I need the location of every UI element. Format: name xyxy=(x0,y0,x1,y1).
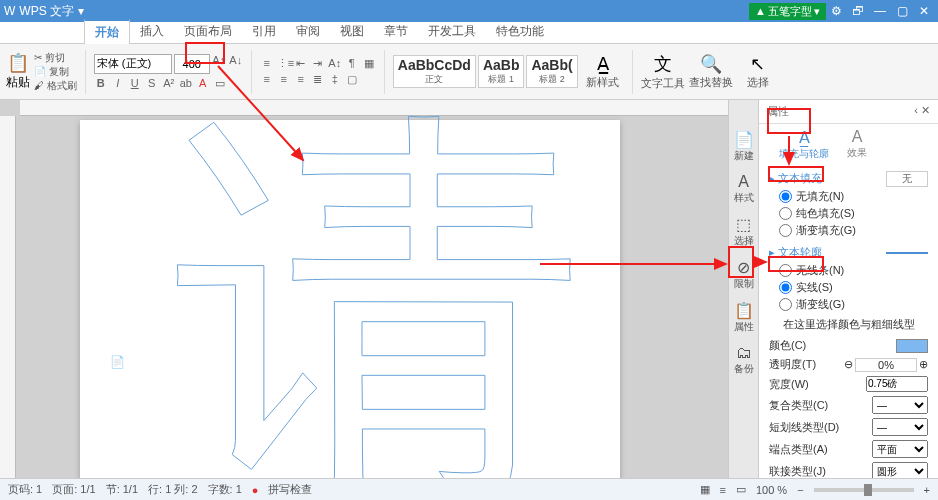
align-left-icon[interactable]: ≡ xyxy=(260,73,274,86)
bold-icon[interactable]: B xyxy=(94,77,108,90)
borders-icon[interactable]: ▢ xyxy=(345,73,359,86)
tab-special[interactable]: 特色功能 xyxy=(486,20,554,43)
super-icon[interactable]: A² xyxy=(162,77,176,90)
font-size-input[interactable] xyxy=(174,54,210,74)
panel-close-icon[interactable]: ✕ xyxy=(921,104,930,116)
sidecol-properties[interactable]: 📋属性 xyxy=(734,301,754,334)
radio-solid-line[interactable] xyxy=(779,281,792,294)
status-words[interactable]: 字数: 1 xyxy=(208,482,242,497)
format-painter-button[interactable]: 🖌 格式刷 xyxy=(34,79,77,93)
status-page[interactable]: 页码: 1 xyxy=(8,482,42,497)
radio-solid-fill[interactable] xyxy=(779,207,792,220)
maximize-icon[interactable]: ▢ xyxy=(892,4,912,18)
strike-icon[interactable]: S xyxy=(145,77,159,90)
radio-no-line[interactable] xyxy=(779,264,792,277)
select-button[interactable]: ↖选择 xyxy=(737,53,779,90)
sort-icon[interactable]: A↕ xyxy=(328,57,342,70)
highlight-icon[interactable]: ab xyxy=(179,77,193,90)
radio-gradient-line[interactable] xyxy=(779,298,792,311)
restore-icon[interactable]: 🗗 xyxy=(848,4,868,18)
minimize-icon[interactable]: — xyxy=(870,4,890,18)
align-justify-icon[interactable]: ≣ xyxy=(311,73,325,86)
status-pages[interactable]: 页面: 1/1 xyxy=(52,482,95,497)
view-print-icon[interactable]: ▦ xyxy=(700,483,710,496)
close-icon[interactable]: ✕ xyxy=(914,4,934,18)
table-icon[interactable]: ▦ xyxy=(362,57,376,70)
decrease-font-icon[interactable]: A↓ xyxy=(229,54,243,74)
sidecol-select[interactable]: ⬚选择 xyxy=(734,215,754,248)
tab-home[interactable]: 开始 xyxy=(84,19,130,44)
side-column: 📄新建 A样式 ⬚选择 ⊘限制 📋属性 🗂备份 xyxy=(728,100,758,478)
opacity-value[interactable]: 0% xyxy=(855,358,917,372)
vertical-ruler[interactable] xyxy=(0,116,16,478)
align-center-icon[interactable]: ≡ xyxy=(277,73,291,86)
align-right-icon[interactable]: ≡ xyxy=(294,73,308,86)
panel-tab-fill-outline[interactable]: A̲填充与轮廓 xyxy=(779,128,829,161)
style-gallery[interactable]: AaBbCcDd正文 AaBb标题 1 AaBb(标题 2 xyxy=(393,55,578,88)
settings-icon[interactable]: ⚙ xyxy=(826,4,846,18)
cap-select[interactable]: 平面 xyxy=(872,440,928,458)
zoom-out-icon[interactable]: − xyxy=(797,484,803,496)
increase-font-icon[interactable]: A↑ xyxy=(212,54,226,74)
cut-button[interactable]: ✂ 剪切 xyxy=(34,51,77,65)
tab-ref[interactable]: 引用 xyxy=(242,20,286,43)
view-outline-icon[interactable]: ≡ xyxy=(720,484,726,496)
tab-insert[interactable]: 插入 xyxy=(130,20,174,43)
sidecol-new[interactable]: 📄新建 xyxy=(734,130,754,163)
opacity-plus[interactable]: ⊕ xyxy=(919,358,928,372)
panel-back-icon[interactable]: ‹ xyxy=(914,104,918,116)
annotation-hint: 在这里选择颜色与粗细线型 xyxy=(769,317,928,332)
tab-dev[interactable]: 开发工具 xyxy=(418,20,486,43)
zoom-in-icon[interactable]: + xyxy=(924,484,930,496)
zoom-slider[interactable] xyxy=(814,488,914,492)
outlined-character[interactable]: 请 xyxy=(175,110,585,478)
panel-tab-effects[interactable]: A效果 xyxy=(847,128,867,161)
status-spell[interactable]: 拼写检查 xyxy=(268,482,312,497)
new-style-button[interactable]: A̲新样式 xyxy=(582,53,624,90)
paste-button[interactable]: 📋 粘贴 xyxy=(6,52,30,91)
view-web-icon[interactable]: ▭ xyxy=(736,483,746,496)
tab-section[interactable]: 章节 xyxy=(374,20,418,43)
tab-layout[interactable]: 页面布局 xyxy=(174,20,242,43)
numbering-icon[interactable]: ⋮≡ xyxy=(277,57,291,70)
opacity-minus[interactable]: ⊖ xyxy=(844,358,853,372)
width-label: 宽度(W) xyxy=(769,377,809,392)
canvas[interactable]: 请 📄 xyxy=(0,100,728,478)
width-input[interactable] xyxy=(866,376,928,392)
find-replace-button[interactable]: 🔍查找替换 xyxy=(689,53,733,90)
text-tools-button[interactable]: 文文字工具 xyxy=(641,52,685,91)
dropdown-icon[interactable]: ▾ xyxy=(78,4,84,18)
ime-badge[interactable]: ▲ 五笔字型 ▾ xyxy=(749,3,826,20)
tab-view[interactable]: 视图 xyxy=(330,20,374,43)
font-name-input[interactable] xyxy=(94,54,172,74)
bullets-icon[interactable]: ≡ xyxy=(260,57,274,70)
shading-icon[interactable]: ▭ xyxy=(213,77,227,90)
indent-right-icon[interactable]: ⇥ xyxy=(311,57,325,70)
section-text-fill[interactable]: ▸ 文本填充 xyxy=(769,171,822,186)
font-color-icon[interactable]: A xyxy=(196,77,210,90)
join-select[interactable]: 圆形 xyxy=(872,462,928,478)
underline-icon[interactable]: U xyxy=(128,77,142,90)
color-label: 颜色(C) xyxy=(769,338,806,353)
sidecol-backup[interactable]: 🗂备份 xyxy=(734,344,754,376)
radio-gradient-fill[interactable] xyxy=(779,224,792,237)
dash-select[interactable]: — xyxy=(872,418,928,436)
copy-button[interactable]: 📄 复制 xyxy=(34,65,77,79)
zoom-value[interactable]: 100 % xyxy=(756,484,787,496)
italic-icon[interactable]: I xyxy=(111,77,125,90)
page[interactable]: 请 📄 xyxy=(80,120,620,478)
indent-left-icon[interactable]: ⇤ xyxy=(294,57,308,70)
status-pos[interactable]: 行: 1 列: 2 xyxy=(148,482,198,497)
marks-icon[interactable]: ¶ xyxy=(345,57,359,70)
color-picker[interactable] xyxy=(896,339,928,353)
app-logo: W WPS 文字 ▾ xyxy=(4,3,84,20)
radio-no-fill[interactable] xyxy=(779,190,792,203)
sidecol-style[interactable]: A样式 xyxy=(734,173,754,205)
tab-review[interactable]: 审阅 xyxy=(286,20,330,43)
sidecol-limit[interactable]: ⊘限制 xyxy=(734,258,754,291)
new-style-icon: A̲ xyxy=(597,53,609,75)
status-section[interactable]: 节: 1/1 xyxy=(106,482,138,497)
compound-select[interactable]: — xyxy=(872,396,928,414)
line-spacing-icon[interactable]: ‡ xyxy=(328,73,342,86)
section-text-outline[interactable]: ▸ 文本轮廓 xyxy=(769,245,822,260)
